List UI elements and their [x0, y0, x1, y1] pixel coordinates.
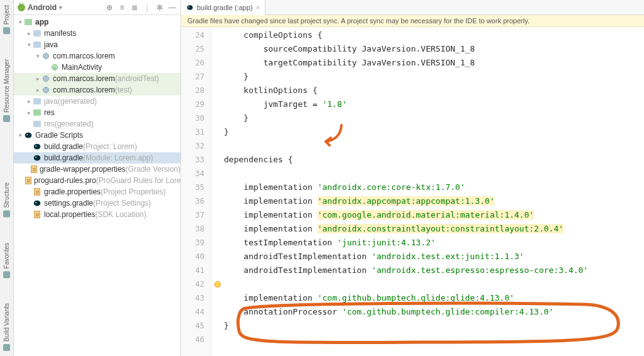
close-tab-icon[interactable]: ×: [256, 4, 260, 11]
svg-point-2: [35, 157, 36, 158]
tree-item-app[interactable]: ▾app: [14, 16, 180, 28]
tree-item-res[interactable]: ▸res: [14, 107, 180, 118]
tree-item-local-properties[interactable]: local.properties (SDK Location): [14, 209, 180, 220]
code-editor[interactable]: 24 25 26 27 28 29 30 31 32 33 34 35 36 3…: [181, 27, 644, 356]
hide-icon[interactable]: —: [168, 3, 177, 12]
tree-item-build-gradle-project[interactable]: build.gradle (Project: Lorem): [14, 141, 180, 152]
android-icon: [18, 4, 25, 11]
tree-item-res-generated[interactable]: res (generated): [14, 118, 180, 130]
tree-item-build-gradle-module[interactable]: build.gradle (Module: Lorem.app): [14, 152, 180, 164]
select-opened-file-icon[interactable]: ⊕: [105, 3, 114, 12]
tree-item-package-androidtest[interactable]: ▸com.marcos.lorem (androidTest): [14, 73, 180, 84]
tree-item-manifests[interactable]: ▸manifests: [14, 28, 180, 39]
editor-tabbar: build.gradle (:app) ×: [181, 0, 644, 15]
project-tool-button[interactable]: Project: [3, 5, 10, 34]
hint-gutter: [211, 27, 224, 356]
gradle-icon: [186, 4, 194, 11]
divider: |: [143, 3, 152, 12]
editor-tab-build-gradle[interactable]: build.gradle (:app) ×: [181, 0, 265, 15]
tree-item-java-generated[interactable]: ▸java (generated): [14, 96, 180, 107]
build-variants-tool-button[interactable]: Build Variants: [3, 303, 10, 351]
project-panel-header: Android ▾ ⊕ ≡ ≣ | ✻ —: [14, 0, 180, 15]
structure-tool-button[interactable]: Structure: [3, 182, 10, 218]
dropdown-icon: ▾: [59, 4, 62, 11]
tree-item-package-main[interactable]: ▾com.marcos.lorem: [14, 50, 180, 62]
settings-icon[interactable]: ✻: [155, 3, 164, 12]
editor-tab-label: build.gradle (:app): [197, 4, 253, 11]
svg-point-1: [35, 145, 36, 147]
project-tree: ▾app ▸manifests ▾java ▾com.marcos.lorem …: [14, 15, 180, 356]
favorites-tool-button[interactable]: Favorites: [3, 243, 10, 278]
code-content[interactable]: compileOptions { sourceCompatibility Jav…: [224, 27, 644, 356]
tree-item-gradle-properties[interactable]: gradle.properties (Project Properties): [14, 186, 180, 197]
gradle-sync-banner: Gradle files have changed since last pro…: [181, 15, 644, 27]
project-view-selector[interactable]: Android: [28, 3, 57, 12]
svg-point-4: [189, 6, 190, 8]
svg-point-0: [26, 134, 28, 135]
collapse-all-icon[interactable]: ≣: [130, 3, 139, 12]
line-number-gutter: 24 25 26 27 28 29 30 31 32 33 34 35 36 3…: [181, 27, 211, 356]
tree-item-proguard[interactable]: proguard-rules.pro (ProGuard Rules for L…: [14, 175, 180, 186]
tree-item-settings-gradle[interactable]: settings.gradle (Project Settings): [14, 197, 180, 209]
tree-item-package-test[interactable]: ▸com.marcos.lorem (test): [14, 84, 180, 96]
tool-window-bar: Project Resource Manager Structure Favor…: [0, 0, 14, 356]
lightbulb-icon[interactable]: [214, 281, 221, 287]
tree-item-java[interactable]: ▾java: [14, 39, 180, 50]
resource-manager-tool-button[interactable]: Resource Manager: [3, 59, 10, 122]
svg-point-3: [35, 202, 36, 203]
editor-area: build.gradle (:app) × Gradle files have …: [181, 0, 644, 356]
tree-item-gradle-wrapper[interactable]: gradle-wrapper.properties (Gradle Versio…: [14, 164, 180, 175]
tree-item-gradle-scripts[interactable]: ▾Gradle Scripts: [14, 130, 180, 141]
tree-item-mainactivity[interactable]: cMainActivity: [14, 62, 180, 73]
expand-all-icon[interactable]: ≡: [118, 3, 126, 12]
project-panel: Android ▾ ⊕ ≡ ≣ | ✻ — ▾app ▸manifests ▾j…: [14, 0, 181, 356]
